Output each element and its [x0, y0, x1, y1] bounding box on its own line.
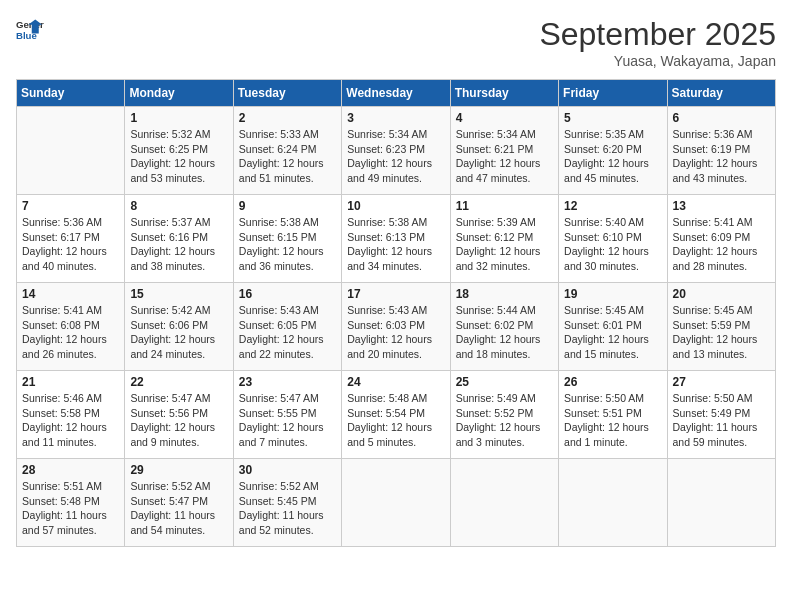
- calendar-cell: 27Sunrise: 5:50 AM Sunset: 5:49 PM Dayli…: [667, 371, 775, 459]
- day-info: Sunrise: 5:52 AM Sunset: 5:45 PM Dayligh…: [239, 479, 336, 538]
- week-row-1: 1Sunrise: 5:32 AM Sunset: 6:25 PM Daylig…: [17, 107, 776, 195]
- calendar-cell: 5Sunrise: 5:35 AM Sunset: 6:20 PM Daylig…: [559, 107, 667, 195]
- calendar-cell: 26Sunrise: 5:50 AM Sunset: 5:51 PM Dayli…: [559, 371, 667, 459]
- day-number: 1: [130, 111, 227, 125]
- header-thursday: Thursday: [450, 80, 558, 107]
- header-saturday: Saturday: [667, 80, 775, 107]
- day-number: 17: [347, 287, 444, 301]
- calendar-cell: 11Sunrise: 5:39 AM Sunset: 6:12 PM Dayli…: [450, 195, 558, 283]
- day-info: Sunrise: 5:36 AM Sunset: 6:17 PM Dayligh…: [22, 215, 119, 274]
- calendar-cell: [667, 459, 775, 547]
- day-number: 25: [456, 375, 553, 389]
- week-row-5: 28Sunrise: 5:51 AM Sunset: 5:48 PM Dayli…: [17, 459, 776, 547]
- day-number: 13: [673, 199, 770, 213]
- day-number: 10: [347, 199, 444, 213]
- day-number: 11: [456, 199, 553, 213]
- day-number: 30: [239, 463, 336, 477]
- page-header: General Blue September 2025 Yuasa, Wakay…: [16, 16, 776, 69]
- calendar-cell: 22Sunrise: 5:47 AM Sunset: 5:56 PM Dayli…: [125, 371, 233, 459]
- week-row-4: 21Sunrise: 5:46 AM Sunset: 5:58 PM Dayli…: [17, 371, 776, 459]
- calendar-cell: 20Sunrise: 5:45 AM Sunset: 5:59 PM Dayli…: [667, 283, 775, 371]
- calendar-cell: 1Sunrise: 5:32 AM Sunset: 6:25 PM Daylig…: [125, 107, 233, 195]
- day-number: 22: [130, 375, 227, 389]
- logo: General Blue: [16, 16, 44, 44]
- calendar-body: 1Sunrise: 5:32 AM Sunset: 6:25 PM Daylig…: [17, 107, 776, 547]
- day-info: Sunrise: 5:37 AM Sunset: 6:16 PM Dayligh…: [130, 215, 227, 274]
- day-info: Sunrise: 5:48 AM Sunset: 5:54 PM Dayligh…: [347, 391, 444, 450]
- day-number: 5: [564, 111, 661, 125]
- day-number: 28: [22, 463, 119, 477]
- day-number: 6: [673, 111, 770, 125]
- day-number: 20: [673, 287, 770, 301]
- calendar-cell: 18Sunrise: 5:44 AM Sunset: 6:02 PM Dayli…: [450, 283, 558, 371]
- day-info: Sunrise: 5:46 AM Sunset: 5:58 PM Dayligh…: [22, 391, 119, 450]
- day-info: Sunrise: 5:33 AM Sunset: 6:24 PM Dayligh…: [239, 127, 336, 186]
- calendar-cell: 13Sunrise: 5:41 AM Sunset: 6:09 PM Dayli…: [667, 195, 775, 283]
- day-number: 7: [22, 199, 119, 213]
- calendar-cell: [559, 459, 667, 547]
- day-info: Sunrise: 5:34 AM Sunset: 6:23 PM Dayligh…: [347, 127, 444, 186]
- calendar-cell: 29Sunrise: 5:52 AM Sunset: 5:47 PM Dayli…: [125, 459, 233, 547]
- day-info: Sunrise: 5:52 AM Sunset: 5:47 PM Dayligh…: [130, 479, 227, 538]
- day-number: 16: [239, 287, 336, 301]
- header-wednesday: Wednesday: [342, 80, 450, 107]
- day-number: 29: [130, 463, 227, 477]
- day-info: Sunrise: 5:38 AM Sunset: 6:15 PM Dayligh…: [239, 215, 336, 274]
- day-number: 2: [239, 111, 336, 125]
- header-sunday: Sunday: [17, 80, 125, 107]
- day-info: Sunrise: 5:41 AM Sunset: 6:08 PM Dayligh…: [22, 303, 119, 362]
- title-section: September 2025 Yuasa, Wakayama, Japan: [539, 16, 776, 69]
- calendar-cell: 21Sunrise: 5:46 AM Sunset: 5:58 PM Dayli…: [17, 371, 125, 459]
- calendar-cell: 3Sunrise: 5:34 AM Sunset: 6:23 PM Daylig…: [342, 107, 450, 195]
- calendar-cell: 14Sunrise: 5:41 AM Sunset: 6:08 PM Dayli…: [17, 283, 125, 371]
- day-number: 23: [239, 375, 336, 389]
- day-info: Sunrise: 5:41 AM Sunset: 6:09 PM Dayligh…: [673, 215, 770, 274]
- calendar-cell: 30Sunrise: 5:52 AM Sunset: 5:45 PM Dayli…: [233, 459, 341, 547]
- calendar-cell: 9Sunrise: 5:38 AM Sunset: 6:15 PM Daylig…: [233, 195, 341, 283]
- header-friday: Friday: [559, 80, 667, 107]
- calendar-cell: 19Sunrise: 5:45 AM Sunset: 6:01 PM Dayli…: [559, 283, 667, 371]
- day-info: Sunrise: 5:42 AM Sunset: 6:06 PM Dayligh…: [130, 303, 227, 362]
- day-number: 9: [239, 199, 336, 213]
- day-number: 3: [347, 111, 444, 125]
- day-info: Sunrise: 5:32 AM Sunset: 6:25 PM Dayligh…: [130, 127, 227, 186]
- day-number: 18: [456, 287, 553, 301]
- calendar-cell: 28Sunrise: 5:51 AM Sunset: 5:48 PM Dayli…: [17, 459, 125, 547]
- day-info: Sunrise: 5:50 AM Sunset: 5:51 PM Dayligh…: [564, 391, 661, 450]
- day-info: Sunrise: 5:44 AM Sunset: 6:02 PM Dayligh…: [456, 303, 553, 362]
- calendar-cell: [450, 459, 558, 547]
- calendar-cell: [17, 107, 125, 195]
- calendar-cell: 7Sunrise: 5:36 AM Sunset: 6:17 PM Daylig…: [17, 195, 125, 283]
- day-number: 26: [564, 375, 661, 389]
- day-info: Sunrise: 5:51 AM Sunset: 5:48 PM Dayligh…: [22, 479, 119, 538]
- day-info: Sunrise: 5:38 AM Sunset: 6:13 PM Dayligh…: [347, 215, 444, 274]
- day-info: Sunrise: 5:43 AM Sunset: 6:05 PM Dayligh…: [239, 303, 336, 362]
- calendar-cell: 8Sunrise: 5:37 AM Sunset: 6:16 PM Daylig…: [125, 195, 233, 283]
- day-info: Sunrise: 5:39 AM Sunset: 6:12 PM Dayligh…: [456, 215, 553, 274]
- calendar-cell: 23Sunrise: 5:47 AM Sunset: 5:55 PM Dayli…: [233, 371, 341, 459]
- calendar-cell: 16Sunrise: 5:43 AM Sunset: 6:05 PM Dayli…: [233, 283, 341, 371]
- calendar-cell: 10Sunrise: 5:38 AM Sunset: 6:13 PM Dayli…: [342, 195, 450, 283]
- day-number: 4: [456, 111, 553, 125]
- calendar-table: SundayMondayTuesdayWednesdayThursdayFrid…: [16, 79, 776, 547]
- day-info: Sunrise: 5:43 AM Sunset: 6:03 PM Dayligh…: [347, 303, 444, 362]
- header-tuesday: Tuesday: [233, 80, 341, 107]
- day-info: Sunrise: 5:47 AM Sunset: 5:56 PM Dayligh…: [130, 391, 227, 450]
- location-subtitle: Yuasa, Wakayama, Japan: [539, 53, 776, 69]
- calendar-header-row: SundayMondayTuesdayWednesdayThursdayFrid…: [17, 80, 776, 107]
- week-row-3: 14Sunrise: 5:41 AM Sunset: 6:08 PM Dayli…: [17, 283, 776, 371]
- calendar-cell: 24Sunrise: 5:48 AM Sunset: 5:54 PM Dayli…: [342, 371, 450, 459]
- calendar-cell: 12Sunrise: 5:40 AM Sunset: 6:10 PM Dayli…: [559, 195, 667, 283]
- day-info: Sunrise: 5:34 AM Sunset: 6:21 PM Dayligh…: [456, 127, 553, 186]
- day-number: 21: [22, 375, 119, 389]
- month-title: September 2025: [539, 16, 776, 53]
- calendar-cell: [342, 459, 450, 547]
- day-info: Sunrise: 5:36 AM Sunset: 6:19 PM Dayligh…: [673, 127, 770, 186]
- calendar-cell: 2Sunrise: 5:33 AM Sunset: 6:24 PM Daylig…: [233, 107, 341, 195]
- day-number: 27: [673, 375, 770, 389]
- day-number: 19: [564, 287, 661, 301]
- day-info: Sunrise: 5:45 AM Sunset: 5:59 PM Dayligh…: [673, 303, 770, 362]
- logo-icon: General Blue: [16, 16, 44, 44]
- day-number: 15: [130, 287, 227, 301]
- day-number: 14: [22, 287, 119, 301]
